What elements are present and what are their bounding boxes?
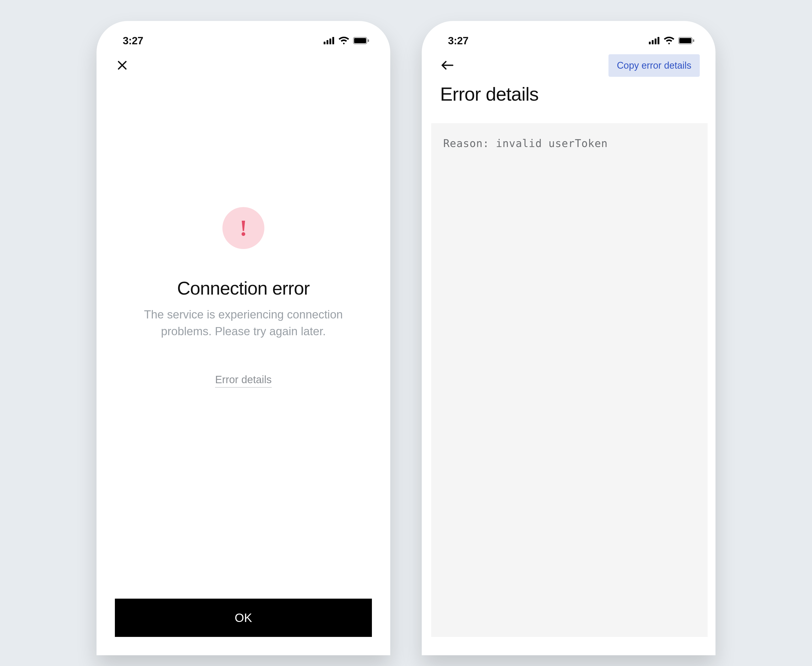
copy-error-details-button[interactable]: Copy error details bbox=[609, 54, 700, 77]
cellular-signal-icon bbox=[649, 37, 660, 44]
status-icons bbox=[649, 37, 695, 45]
wifi-icon bbox=[663, 37, 675, 45]
exclamation-icon: ! bbox=[240, 217, 247, 239]
nav-bar bbox=[96, 50, 390, 81]
ok-button[interactable]: OK bbox=[115, 598, 372, 637]
phone-error-details: 3:27 Copy error details Error bbox=[422, 21, 716, 655]
svg-rect-12 bbox=[679, 38, 691, 43]
status-bar: 3:27 bbox=[422, 21, 716, 50]
close-button[interactable] bbox=[114, 58, 130, 73]
error-details-link[interactable]: Error details bbox=[215, 374, 272, 387]
wifi-icon bbox=[338, 37, 349, 45]
status-bar: 3:27 bbox=[96, 21, 390, 50]
svg-rect-6 bbox=[368, 39, 369, 42]
error-code-text: Reason: invalid userToken bbox=[443, 137, 696, 149]
back-arrow-icon bbox=[441, 60, 454, 71]
bottom-actions: OK bbox=[96, 598, 390, 655]
battery-icon bbox=[353, 37, 369, 44]
status-time: 3:27 bbox=[448, 35, 468, 47]
phone-connection-error: 3:27 ! bbox=[96, 21, 390, 655]
status-time: 3:27 bbox=[123, 35, 143, 47]
nav-bar: Copy error details bbox=[422, 50, 716, 81]
error-code-block: Reason: invalid userToken bbox=[431, 123, 708, 637]
battery-icon bbox=[678, 37, 695, 44]
page-title: Error details bbox=[422, 81, 716, 105]
cellular-signal-icon bbox=[324, 37, 335, 44]
details-body: Reason: invalid userToken bbox=[422, 105, 716, 655]
status-icons bbox=[324, 37, 369, 45]
alert-badge: ! bbox=[222, 207, 265, 249]
svg-rect-1 bbox=[327, 40, 328, 44]
svg-rect-2 bbox=[329, 38, 331, 44]
error-content: ! Connection error The service is experi… bbox=[96, 81, 390, 598]
back-button[interactable] bbox=[440, 58, 455, 73]
svg-rect-5 bbox=[354, 38, 366, 43]
svg-rect-10 bbox=[658, 37, 659, 44]
error-heading: Connection error bbox=[177, 278, 309, 299]
svg-rect-13 bbox=[693, 39, 694, 42]
close-icon bbox=[117, 60, 127, 71]
svg-rect-7 bbox=[649, 42, 651, 44]
svg-rect-0 bbox=[324, 42, 326, 44]
svg-rect-8 bbox=[652, 40, 653, 44]
svg-rect-3 bbox=[332, 37, 334, 44]
svg-rect-9 bbox=[655, 38, 657, 44]
error-body: The service is experiencing connection p… bbox=[123, 306, 364, 340]
